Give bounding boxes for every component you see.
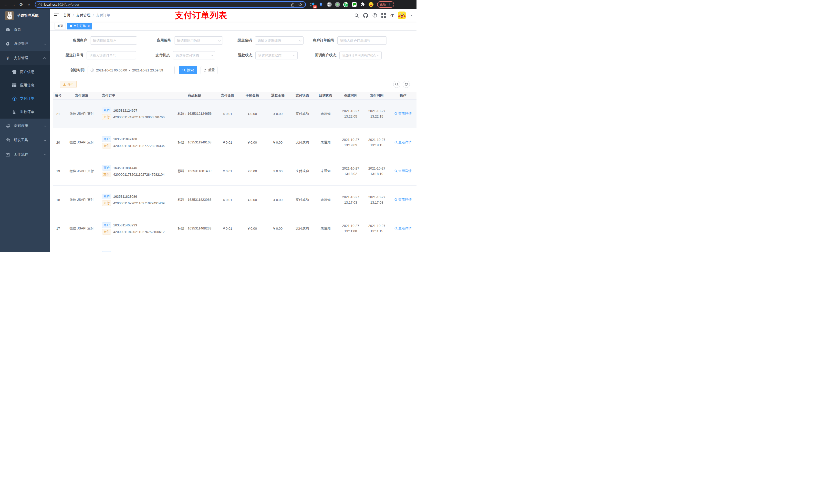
sidebar-item-infra[interactable]: 基础设施: [0, 119, 50, 133]
search-icon: [182, 69, 186, 72]
chevron-down-icon: [44, 139, 46, 141]
export-button[interactable]: 导出: [60, 81, 77, 88]
refresh-table-button[interactable]: [403, 81, 410, 88]
caret-down-icon[interactable]: [411, 15, 413, 16]
chevron-down-icon: [211, 54, 213, 56]
table-row: 17 微信 JSAPI 支付 商户 1635311468233 支付 42000…: [53, 214, 416, 243]
browser-update-button[interactable]: 更新 ⋮: [377, 1, 394, 8]
briefcase-icon: [5, 153, 10, 157]
close-tab-icon[interactable]: ×: [88, 24, 90, 28]
refund-status-select[interactable]: [255, 51, 298, 59]
cell-created: 2021-10-2713:17:03: [337, 186, 364, 214]
view-detail-link[interactable]: 查看详情: [395, 226, 412, 231]
cell-notify: [314, 243, 337, 252]
table-row: 20 微信 JSAPI 支付 商户 1635311949168 支付 42000…: [53, 128, 416, 157]
sidebar-item-dev-tools[interactable]: 研发工具: [0, 133, 50, 147]
merchant-tag: 商户: [102, 165, 111, 171]
diamond-badge-ext-icon[interactable]: 10: [310, 2, 315, 7]
pay-status-select[interactable]: [173, 51, 215, 59]
breadcrumb-pay[interactable]: 支付管理: [76, 13, 90, 18]
cell-refund: ¥ 0.00: [265, 157, 291, 186]
forward-icon[interactable]: →: [10, 1, 17, 8]
info-icon[interactable]: [39, 3, 42, 6]
chevron-down-icon: [218, 39, 221, 42]
view-detail-link[interactable]: 查看详情: [395, 169, 412, 173]
cell-channel: [64, 243, 100, 252]
gem-ext-icon[interactable]: [318, 2, 324, 7]
browser-menu-icon[interactable]: ⋮: [388, 3, 391, 6]
breadcrumb: 首页 / 支付管理 / 支付订单: [63, 13, 111, 18]
tab-pay-order[interactable]: 支付订单 ×: [67, 23, 92, 29]
y-circle-ext-icon[interactable]: Y: [343, 2, 348, 7]
chevron-down-icon: [44, 124, 46, 127]
cell-title: 标题：1635312124656: [173, 99, 216, 128]
sidebar-item-pay[interactable]: ¥ 支付管理: [0, 51, 50, 65]
channel-order-no-input[interactable]: [87, 51, 136, 59]
sidebar-item-system[interactable]: 系统管理: [0, 37, 50, 51]
notify-status-select[interactable]: [339, 51, 382, 59]
tab-home[interactable]: 首页: [54, 23, 66, 29]
cell-fee: ¥ 0.00: [239, 157, 265, 186]
font-size-icon[interactable]: тT: [390, 13, 394, 18]
puzzle-icon[interactable]: [360, 2, 365, 7]
merchant-tag: 商户: [102, 136, 111, 142]
merchant-select[interactable]: [90, 37, 137, 45]
cell-title: 标题：: [173, 243, 216, 252]
github-icon[interactable]: [363, 13, 368, 18]
view-detail-link[interactable]: 查看详情: [395, 197, 412, 202]
chevron-down-icon: [377, 54, 380, 56]
cell-notify: 未通知: [314, 214, 337, 243]
filter-create-time: 创建时间 2021-10-01 00:00:00 - 2021-10-31 23…: [54, 66, 175, 74]
fullscreen-icon[interactable]: [381, 13, 386, 18]
cell-channel: 微信 JSAPI 支付: [64, 128, 100, 157]
clover-ext-icon[interactable]: [327, 2, 332, 7]
sidebar-item-workflow[interactable]: 工作流程: [0, 147, 50, 162]
sidebar-logo[interactable]: 芋道管理系统: [0, 9, 50, 22]
date-end[interactable]: 2021-10-31 23:59:59: [132, 68, 163, 72]
breadcrumb-home[interactable]: 首页: [63, 13, 70, 18]
view-detail-link[interactable]: 查看详情: [395, 112, 412, 116]
date-range-input[interactable]: 2021-10-01 00:00:00 - 2021-10-31 23:59:5…: [88, 66, 175, 74]
record-dot-ext-icon[interactable]: [335, 2, 340, 7]
reload-icon[interactable]: ⟳: [18, 1, 25, 8]
magnifier-icon: [395, 112, 398, 115]
app-select[interactable]: [174, 37, 223, 45]
cell-notify: 未通知: [314, 99, 337, 128]
collapse-sidebar-icon[interactable]: [54, 14, 59, 17]
search-icon[interactable]: [355, 13, 359, 18]
cell-channel: 微信 JSAPI 支付: [64, 186, 100, 214]
home-icon[interactable]: ⌂: [26, 1, 32, 8]
sidebar-item-app-info[interactable]: 应用信息: [0, 79, 50, 92]
search-button[interactable]: 搜索: [179, 66, 197, 74]
toggle-search-button[interactable]: [393, 81, 400, 88]
magnifier-icon: [395, 198, 398, 201]
cell-paid: 2021-10-2713:11:15: [364, 214, 389, 243]
sidebar-item-refund-order[interactable]: 退款订单: [0, 105, 50, 119]
bookmark-star-icon[interactable]: [298, 3, 302, 7]
cell-created: 2021-10-2713:11:08: [337, 214, 364, 243]
date-start[interactable]: 2021-10-01 00:00:00: [96, 68, 127, 72]
reset-button[interactable]: 重置: [200, 66, 217, 74]
magnifier-icon: [395, 141, 398, 144]
address-bar[interactable]: localhost:1024/pay/order: [35, 1, 306, 8]
channel-code-select[interactable]: [255, 37, 304, 45]
cell-refund: ¥ 0.00: [265, 214, 291, 243]
pay-circle-icon: [12, 97, 17, 101]
sidebar-item-pay-order[interactable]: 支付订单: [0, 92, 50, 105]
merchant-order-no-input[interactable]: [337, 37, 387, 45]
view-detail-link[interactable]: 查看详情: [395, 140, 412, 145]
cell-id: 21: [53, 99, 64, 128]
help-icon[interactable]: [373, 13, 377, 18]
cell-paid: [364, 243, 389, 252]
sidebar-item-merchant-info[interactable]: 商户信息: [0, 65, 50, 79]
cell-refund: ¥ 0.00: [265, 128, 291, 157]
avatar[interactable]: [398, 11, 406, 19]
emoji-face-ext-icon[interactable]: [368, 2, 374, 7]
sidebar-item-home[interactable]: 首页: [0, 22, 50, 37]
back-icon[interactable]: ←: [3, 1, 9, 8]
pay-tag: 支付: [102, 172, 111, 177]
chevron-down-icon: [44, 42, 46, 45]
chat-ext-icon[interactable]: [352, 2, 357, 7]
cell-id: 19: [53, 157, 64, 186]
share-icon[interactable]: [291, 3, 294, 7]
